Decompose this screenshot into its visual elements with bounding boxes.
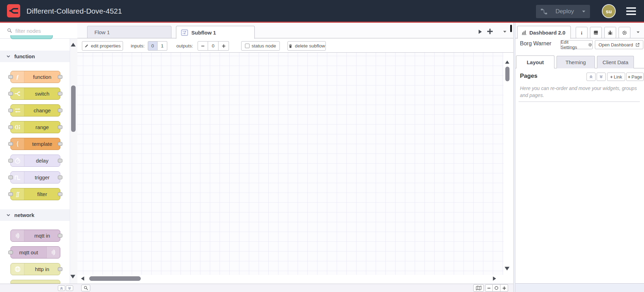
input-count-1-button[interactable]: 1 — [158, 41, 167, 51]
inputs-count-group: 0 1 — [148, 41, 167, 51]
node-port-left[interactable] — [8, 108, 13, 112]
palette-node-function[interactable]: ƒfunction — [10, 71, 60, 83]
node-port-right[interactable] — [58, 92, 62, 96]
add-link-button[interactable]: +Link — [607, 73, 625, 81]
add-flow-button[interactable] — [486, 28, 493, 35]
sidebar-caret-button[interactable] — [636, 30, 641, 34]
canvas-vscroll-down[interactable] — [504, 266, 510, 271]
zoom-out-button[interactable] — [485, 284, 493, 292]
palette-node-mqtt-in[interactable]: mqtt in — [10, 230, 60, 242]
node-port-left[interactable] — [8, 142, 13, 146]
outputs-increase-button[interactable] — [219, 41, 229, 51]
status-node-button[interactable]: status node — [241, 41, 280, 51]
flow-canvas[interactable] — [77, 53, 504, 275]
tab-client-data[interactable]: Client Data — [597, 56, 634, 68]
node-port-right[interactable] — [58, 175, 62, 179]
node-port-right[interactable] — [58, 267, 62, 271]
canvas-search-button[interactable] — [81, 285, 90, 291]
canvas-hscroll-right[interactable] — [492, 276, 497, 282]
tab-scroll-right-button[interactable] — [478, 29, 482, 35]
range-icon — [14, 124, 21, 130]
navigator-button[interactable] — [473, 284, 484, 292]
partial-node-bottom[interactable] — [10, 280, 60, 284]
add-page-button[interactable]: +Page — [626, 73, 644, 81]
collapse-categories-button[interactable] — [58, 285, 65, 291]
zoom-reset-button[interactable] — [493, 284, 500, 292]
sidebar-debug-button[interactable] — [604, 27, 616, 38]
palette-node-switch[interactable]: switch — [10, 88, 60, 100]
palette-node-filter[interactable]: ∬filter — [10, 188, 60, 200]
canvas-vscroll-thumb[interactable] — [505, 67, 509, 81]
palette-node-range[interactable]: range — [10, 121, 60, 133]
node-port-left[interactable] — [8, 75, 13, 79]
expand-categories-button[interactable] — [66, 285, 73, 291]
node-port-right[interactable] — [58, 125, 62, 129]
canvas-hscroll-left[interactable] — [80, 276, 85, 282]
minus-icon — [201, 44, 205, 48]
sidebar-help-button[interactable] — [590, 27, 602, 38]
tab-layout[interactable]: Layout — [516, 55, 554, 68]
main-menu-button[interactable] — [626, 7, 636, 15]
palette-node-template[interactable]: {template — [10, 138, 60, 150]
sidebar-config-button[interactable] — [619, 27, 630, 38]
node-label: range — [24, 121, 60, 133]
palette-category-network: networkmqtt inmqtt outhttp in — [0, 209, 70, 284]
deploy-button[interactable]: Deploy — [536, 5, 590, 18]
mqtt-icon — [11, 230, 24, 241]
expand-all-button[interactable] — [597, 73, 606, 81]
palette-node-change[interactable]: change — [10, 104, 60, 117]
palette-scroll-thumb[interactable] — [71, 85, 76, 132]
filter-icon: ∬ — [14, 191, 21, 197]
palette-category-header-network[interactable]: network — [0, 209, 70, 221]
add-link-label: Link — [614, 74, 622, 80]
deploy-caret-icon[interactable] — [582, 9, 586, 14]
node-port-left[interactable] — [8, 175, 13, 179]
node-port-right[interactable] — [58, 75, 62, 79]
palette-category-header-function[interactable]: function — [0, 51, 70, 62]
tab-flow-1[interactable]: Flow 1 — [87, 26, 171, 38]
subflow-icon — [181, 29, 188, 36]
tab-subflow-1[interactable]: Subflow 1 — [176, 26, 255, 39]
canvas-hscroll-thumb[interactable] — [89, 276, 141, 281]
palette-search-input[interactable] — [15, 26, 68, 35]
palette-category-function: functionƒfunctionswitchchangerange{templ… — [0, 51, 70, 200]
node-port-right[interactable] — [58, 108, 62, 112]
node-port-left[interactable] — [8, 125, 13, 129]
node-port-right[interactable] — [58, 159, 62, 163]
palette-scrollbar-track[interactable] — [70, 39, 77, 284]
tab-list-button[interactable] — [502, 30, 507, 34]
node-port-left[interactable] — [8, 250, 13, 254]
zoom-in-button[interactable] — [500, 284, 508, 292]
edit-settings-button[interactable]: Edit Settings — [560, 40, 593, 49]
node-port-right[interactable] — [58, 192, 62, 196]
app-logo[interactable] — [7, 4, 20, 17]
status-node-checkbox[interactable] — [245, 44, 250, 48]
outputs-value[interactable]: 0 — [208, 41, 219, 51]
node-port-right[interactable] — [58, 142, 62, 146]
canvas-vscroll-up[interactable] — [505, 60, 510, 64]
sidebar-tab-dashboard[interactable]: Dashboard 2.0 — [517, 26, 571, 39]
collapse-all-button[interactable] — [586, 73, 596, 81]
palette-node-mqtt-out[interactable]: mqtt out — [10, 246, 60, 259]
node-port-left[interactable] — [8, 92, 13, 96]
palette-scroll-up[interactable] — [70, 42, 76, 47]
edit-properties-button[interactable]: edit properties — [82, 41, 123, 51]
outputs-decrease-button[interactable] — [198, 41, 208, 51]
palette-scroll-down[interactable] — [70, 274, 76, 279]
user-avatar[interactable]: su — [602, 4, 616, 18]
tab-label: Layout — [527, 59, 544, 65]
palette-node-trigger[interactable]: trigger — [10, 171, 60, 184]
sidebar-info-button[interactable]: i — [576, 27, 588, 38]
outputs-label: outputs: — [173, 41, 193, 51]
delete-subflow-button[interactable]: delete subflow — [288, 41, 326, 51]
node-port-left[interactable] — [8, 192, 13, 196]
tab-theming[interactable]: Theming — [557, 56, 595, 68]
input-count-0-button[interactable]: 0 — [148, 41, 158, 51]
palette-node-delay[interactable]: delay — [10, 155, 60, 167]
palette-node-http-in[interactable]: http in — [10, 263, 60, 275]
node-port-left[interactable] — [8, 159, 13, 163]
node-port-right[interactable] — [58, 234, 62, 238]
partial-node-top[interactable] — [10, 35, 53, 39]
open-dashboard-button[interactable]: Open Dashboard — [595, 40, 643, 49]
flowfuse-node-red-editor: Different-Collared-Dove-4521 Deploy su f… — [0, 0, 644, 292]
